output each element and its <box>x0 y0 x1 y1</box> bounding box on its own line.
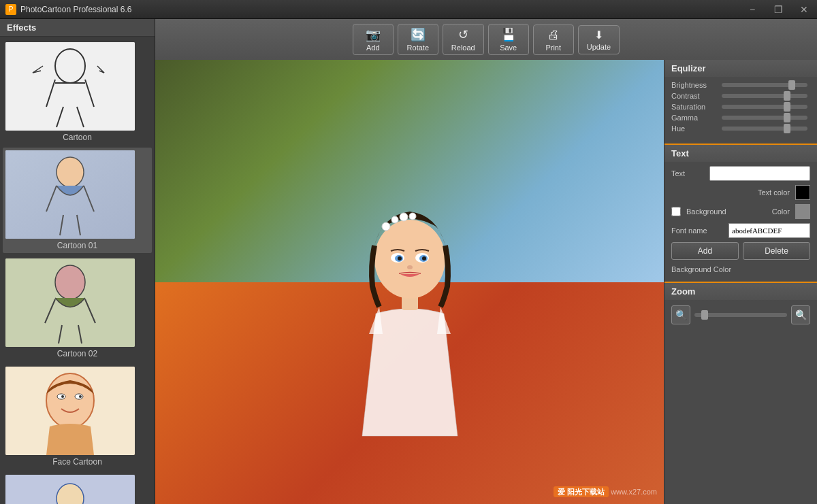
svg-point-39 <box>409 213 416 220</box>
text-input-field[interactable] <box>709 166 810 181</box>
effect-thumb-cartoon02 <box>5 258 135 347</box>
main-layout: Effects <box>0 19 817 504</box>
facecartoon-thumb-svg <box>5 367 135 455</box>
effect-label-facecartoon: Face Cartoon <box>5 457 149 467</box>
contrast-row: Contrast <box>671 92 810 100</box>
contrast-thumb[interactable] <box>784 91 790 101</box>
contrast-label: Contrast <box>671 92 719 100</box>
gamma-label: Gamma <box>671 114 719 122</box>
text-header: Text <box>664 145 817 162</box>
background-row: Background Color <box>671 204 810 219</box>
cartoon-thumb-svg <box>5 42 135 131</box>
saturation-track[interactable] <box>722 105 807 109</box>
zoom-track[interactable] <box>694 313 787 317</box>
background-color-swatch[interactable] <box>795 204 810 219</box>
effect-thumb-cartoon <box>5 42 135 131</box>
zoom-in-icon: 🔍 <box>795 309 807 320</box>
contrast-track[interactable] <box>722 94 807 98</box>
svg-point-36 <box>382 222 390 231</box>
add-label: Add <box>366 44 380 52</box>
update-label: Update <box>587 43 611 51</box>
effect-thumb-last <box>5 475 135 504</box>
close-button[interactable]: ✕ <box>791 0 817 19</box>
saturation-thumb[interactable] <box>784 102 790 112</box>
app-title: PhotoCartoon Professional 6.6 <box>20 5 131 14</box>
gamma-thumb[interactable] <box>784 113 790 122</box>
app-icon: P <box>5 4 16 15</box>
text-color-label: Text color <box>671 188 790 197</box>
zoom-out-button[interactable]: 🔍 <box>671 305 690 324</box>
minimize-button[interactable]: − <box>739 0 765 19</box>
canvas-area: 爱 阳光下载站 www.x27.com <box>155 60 664 504</box>
text-input-label: Text <box>671 169 707 178</box>
svg-point-44 <box>398 256 402 261</box>
equalizer-section: Equlizer Brightness Contrast <box>664 60 817 145</box>
print-icon: 🖨 <box>547 28 560 42</box>
canvas-panel-row: 爱 阳光下载站 www.x27.com Equlizer Brightness <box>155 60 817 504</box>
effect-label-cartoon02: Cartoon 02 <box>5 349 149 358</box>
effect-label-cartoon: Cartoon <box>5 133 149 142</box>
background-color-section-label: Background Color <box>671 265 810 273</box>
gamma-track[interactable] <box>722 116 807 120</box>
background-checkbox[interactable] <box>671 207 681 216</box>
svg-point-29 <box>79 395 82 398</box>
svg-rect-0 <box>5 42 135 131</box>
cartoon01-thumb-svg <box>5 150 135 239</box>
effect-item-last[interactable] <box>3 472 152 504</box>
text-section: Text Text Text color <box>664 145 817 283</box>
hue-row: Hue <box>671 124 810 133</box>
zoom-in-button[interactable]: 🔍 <box>791 305 810 324</box>
effect-item-cartoon01[interactable]: Cartoon 01 <box>3 148 152 253</box>
reload-icon: ↺ <box>458 27 468 42</box>
svg-point-38 <box>400 213 408 221</box>
person-figure <box>315 178 505 463</box>
save-label: Save <box>500 44 517 52</box>
print-label: Print <box>545 44 561 52</box>
effect-thumb-cartoon01 <box>5 150 135 239</box>
text-delete-button[interactable]: Delete <box>743 242 810 260</box>
effect-item-facecartoon[interactable]: Face Cartoon <box>3 364 152 469</box>
brightness-track[interactable] <box>722 83 807 87</box>
rotate-button[interactable]: 🔄 Rotate <box>398 24 438 55</box>
watermark-logo: 爱 阳光下载站 <box>554 486 609 497</box>
effect-item-cartoon[interactable]: Cartoon <box>3 39 152 145</box>
effects-sidebar: Effects <box>0 19 155 504</box>
print-button[interactable]: 🖨 Print <box>533 24 574 55</box>
brightness-label: Brightness <box>671 81 719 89</box>
equalizer-content: Brightness Contrast Satu <box>664 77 817 139</box>
restore-button[interactable]: ❐ <box>765 0 791 19</box>
watermark-url: www.x27.com <box>611 488 657 496</box>
zoom-out-icon: 🔍 <box>675 309 687 320</box>
reload-button[interactable]: ↺ Reload <box>443 24 484 55</box>
font-name-label: Font name <box>671 226 726 235</box>
font-preview[interactable]: abodefABCDEF <box>728 223 810 238</box>
background-color-label: Color <box>772 207 790 216</box>
font-preview-text: abodefABCDEF <box>732 226 782 235</box>
toolbar: 📷 Add 🔄 Rotate ↺ Reload 💾 Save 🖨 Print ⬇ <box>155 19 817 60</box>
text-add-button[interactable]: Add <box>671 242 739 260</box>
text-color-swatch[interactable] <box>795 185 810 200</box>
effect-label-cartoon01: Cartoon 01 <box>5 241 149 250</box>
right-panel: Equlizer Brightness Contrast <box>664 60 817 504</box>
svg-point-45 <box>422 256 426 261</box>
rotate-icon: 🔄 <box>411 27 426 42</box>
update-button[interactable]: ⬇ Update <box>578 25 620 54</box>
update-icon: ⬇ <box>594 29 603 41</box>
zoom-thumb[interactable] <box>701 310 708 320</box>
hue-track[interactable] <box>722 127 807 131</box>
text-input-row: Text <box>671 166 810 181</box>
save-button[interactable]: 💾 Save <box>488 24 529 55</box>
reload-label: Reload <box>451 44 475 52</box>
svg-point-28 <box>61 395 64 398</box>
save-icon: 💾 <box>501 27 516 42</box>
brightness-thumb[interactable] <box>788 80 795 90</box>
text-buttons: Add Delete <box>671 242 810 260</box>
svg-point-37 <box>391 216 398 223</box>
watermark: 爱 阳光下载站 www.x27.com <box>554 487 657 497</box>
cartoon02-thumb-svg <box>5 258 135 347</box>
effects-header: Effects <box>0 19 155 37</box>
hue-thumb[interactable] <box>784 124 790 133</box>
effect-item-cartoon02[interactable]: Cartoon 02 <box>3 256 152 361</box>
saturation-label: Saturation <box>671 103 719 111</box>
add-button[interactable]: 📷 Add <box>353 24 394 55</box>
